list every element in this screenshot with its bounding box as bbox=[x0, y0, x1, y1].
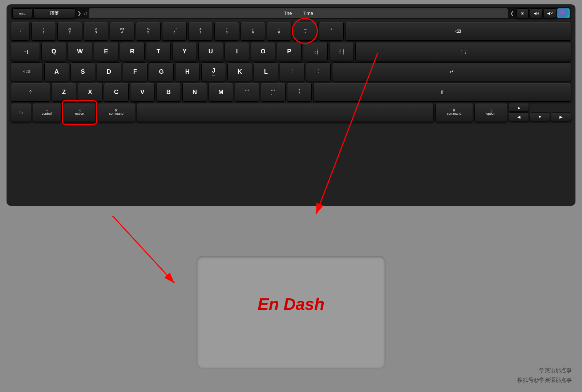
key-m[interactable]: M bbox=[209, 83, 233, 102]
key-w[interactable]: W bbox=[68, 42, 92, 61]
key-option-right[interactable]: ⌥ option bbox=[474, 103, 507, 122]
key-t[interactable]: T bbox=[146, 42, 171, 61]
key-command-right[interactable]: ⌘ command bbox=[435, 103, 473, 122]
key-shift-left[interactable]: ⇧ bbox=[11, 83, 50, 102]
key-2[interactable]: @2 bbox=[57, 22, 82, 41]
arrow-keys-container: ▲ ◀ ▼ ▶ bbox=[509, 103, 571, 122]
watermark-line2: 搜狐号@学英语那点事 bbox=[517, 375, 572, 385]
key-y[interactable]: Y bbox=[172, 42, 197, 61]
key-i[interactable]: I bbox=[225, 42, 249, 61]
key-fn[interactable]: fn bbox=[11, 103, 31, 122]
key-l[interactable]: L bbox=[254, 62, 278, 81]
key-caps[interactable]: 中/英 bbox=[11, 62, 43, 81]
touchbar-mute[interactable]: ◀✕ bbox=[544, 8, 556, 18]
key-quote[interactable]: "' bbox=[306, 62, 331, 81]
key-0[interactable]: )0 bbox=[267, 22, 291, 41]
key-p[interactable]: P bbox=[277, 42, 302, 61]
key-arrow-right[interactable]: ▶ bbox=[551, 113, 571, 121]
key-9[interactable]: (9 bbox=[241, 22, 265, 41]
key-slash[interactable]: ?/ bbox=[287, 83, 312, 102]
key-arrow-left[interactable]: ◀ bbox=[509, 113, 529, 121]
key-minus[interactable]: —- bbox=[293, 22, 318, 41]
key-4[interactable]: ¥ $4 bbox=[110, 22, 134, 41]
key-z[interactable]: Z bbox=[52, 83, 76, 102]
key-tilde[interactable]: ~` bbox=[11, 22, 30, 41]
key-a[interactable]: A bbox=[44, 62, 69, 81]
touchbar-chevron-left: ❮ bbox=[509, 11, 515, 16]
key-x[interactable]: X bbox=[78, 83, 102, 102]
key-shift-right[interactable]: ⇧ bbox=[313, 83, 571, 102]
touchbar-time-display: The Time bbox=[89, 8, 508, 18]
key-delete[interactable]: ⌫ bbox=[345, 22, 571, 41]
key-j[interactable]: J— bbox=[201, 62, 226, 81]
bottom-row: fn ^ control` ⌥ option ⌘ command ⌘ bbox=[11, 103, 571, 122]
key-period[interactable]: » >。 . bbox=[261, 83, 286, 102]
main-wrapper: esc 段落 ❯ / | The Time ❮ ✳ ◀)) ◀✕ ~` bbox=[0, 0, 582, 392]
key-tab[interactable]: →| bbox=[11, 42, 40, 61]
watermark: 学英语那点事 搜狐号@学英语那点事 bbox=[517, 365, 572, 385]
key-e[interactable]: E bbox=[94, 42, 118, 61]
key-arrow-up[interactable]: ▲ bbox=[509, 103, 529, 112]
key-r[interactable]: R bbox=[120, 42, 145, 61]
key-arrow-down[interactable]: ▼ bbox=[530, 113, 550, 121]
key-q[interactable]: Q bbox=[41, 42, 66, 61]
key-space[interactable] bbox=[137, 103, 434, 122]
key-semicolon[interactable]: :; bbox=[280, 62, 304, 81]
key-equals[interactable]: += bbox=[319, 22, 344, 41]
key-f[interactable]: F bbox=[123, 62, 147, 81]
key-u[interactable]: U bbox=[198, 42, 223, 61]
key-5[interactable]: %5 bbox=[136, 22, 161, 41]
en-dash-label: En Dash bbox=[258, 294, 324, 314]
key-h[interactable]: H bbox=[175, 62, 200, 81]
key-v[interactable]: V bbox=[130, 83, 155, 102]
key-bracket-right[interactable]: 」 }】 ] bbox=[329, 42, 354, 61]
touchbar-siri[interactable] bbox=[557, 8, 570, 18]
key-7[interactable]: &7 bbox=[188, 22, 213, 41]
key-d[interactable]: D bbox=[97, 62, 121, 81]
key-k[interactable]: K bbox=[227, 62, 252, 81]
keyboard-body: esc 段落 ❯ / | The Time ❮ ✳ ◀)) ◀✕ ~` bbox=[7, 4, 575, 206]
key-command-left[interactable]: ⌘ command bbox=[97, 103, 135, 122]
key-6[interactable]: … ^6 bbox=[162, 22, 187, 41]
touchbar-brightness[interactable]: ✳ bbox=[516, 8, 529, 18]
touchbar-volume[interactable]: ◀)) bbox=[530, 8, 543, 18]
number-row: ~` !1 @2 #3 ¥ $4 %5 … ^6 bbox=[11, 22, 571, 41]
watermark-line1: 学英语那点事 bbox=[517, 365, 572, 375]
key-n[interactable]: N bbox=[182, 83, 207, 102]
key-backslash[interactable]: 、 \、 \ bbox=[355, 42, 571, 61]
key-8[interactable]: *8 bbox=[214, 22, 239, 41]
qwerty-row: →| Q W E R T Y U I O P 「 {【 [ 」 }】 ] 、 \… bbox=[11, 42, 571, 61]
touch-bar: esc 段落 ❯ / | The Time ❮ ✳ ◀)) ◀✕ bbox=[11, 7, 571, 19]
key-control-left[interactable]: ^ control` bbox=[33, 103, 62, 122]
touchbar-chevron-right: ❯ bbox=[76, 11, 82, 16]
key-option-left[interactable]: ⌥ option bbox=[63, 103, 96, 122]
key-o[interactable]: O bbox=[251, 42, 275, 61]
touchbar-dividers: / | bbox=[84, 11, 88, 15]
key-b[interactable]: B bbox=[156, 83, 181, 102]
key-bracket-left[interactable]: 「 {【 [ bbox=[303, 42, 328, 61]
key-return[interactable]: ↵ bbox=[332, 62, 571, 81]
key-s[interactable]: S bbox=[70, 62, 95, 81]
key-c[interactable]: C bbox=[104, 83, 129, 102]
asdf-row: 中/英 A S D F G H J— K L :; "' ↵ bbox=[11, 62, 571, 81]
key-g[interactable]: G bbox=[149, 62, 174, 81]
touchbar-paragraph[interactable]: 段落 bbox=[33, 8, 75, 18]
key-3[interactable]: #3 bbox=[84, 22, 108, 41]
zxcv-row: ⇧ Z X C V B N M « <， , » >。 . ?/ ⇧ bbox=[11, 83, 571, 102]
key-1[interactable]: !1 bbox=[31, 22, 56, 41]
esc-key[interactable]: esc bbox=[12, 8, 32, 18]
key-comma[interactable]: « <， , bbox=[235, 83, 259, 102]
